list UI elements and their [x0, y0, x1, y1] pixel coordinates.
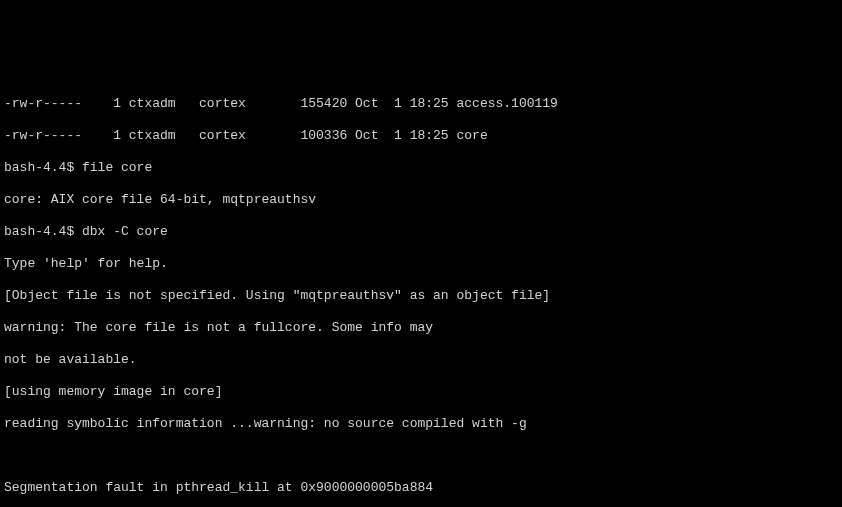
terminal-line: bash-4.4$ dbx -C core [4, 224, 838, 240]
terminal-line: Type 'help' for help. [4, 256, 838, 272]
terminal-line: -rw-r----- 1 ctxadm cortex 155420 Oct 1 … [4, 96, 838, 112]
terminal-line: [using memory image in core] [4, 384, 838, 400]
terminal-line: Segmentation fault in pthread_kill at 0x… [4, 480, 838, 496]
terminal-line: reading symbolic information ...warning:… [4, 416, 838, 432]
terminal-window[interactable]: -rw-r----- 1 ctxadm cortex 155420 Oct 1 … [0, 80, 842, 507]
terminal-line: [Object file is not specified. Using "mq… [4, 288, 838, 304]
terminal-line: not be available. [4, 352, 838, 368]
terminal-line: bash-4.4$ file core [4, 160, 838, 176]
terminal-line: warning: The core file is not a fullcore… [4, 320, 838, 336]
terminal-line: core: AIX core file 64-bit, mqtpreauthsv [4, 192, 838, 208]
terminal-line: -rw-r----- 1 ctxadm cortex 100336 Oct 1 … [4, 128, 838, 144]
